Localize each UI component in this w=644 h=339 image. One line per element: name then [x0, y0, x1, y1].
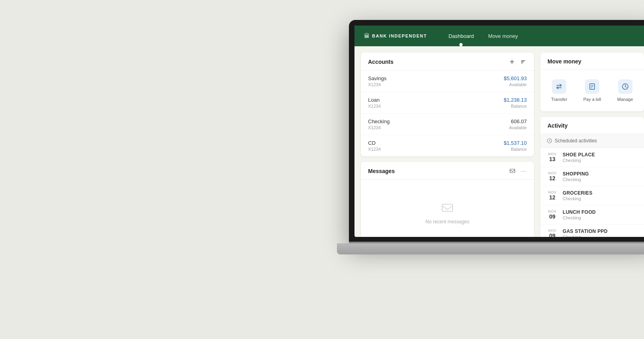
- activity-row-1[interactable]: NOV 12 SHOPPING Checking: [540, 167, 644, 186]
- account-number-loan: X1234: [368, 104, 381, 108]
- activity-month-2: NOV: [548, 190, 556, 194]
- scheduled-header: Scheduled activities: [540, 134, 644, 148]
- nav-item-move-money[interactable]: Move money: [483, 26, 523, 46]
- account-name-checking: Checking: [368, 118, 390, 124]
- activity-account-3: Checking: [563, 215, 638, 220]
- accounts-card: Accounts: [361, 53, 534, 156]
- account-number-checking: X1234: [368, 125, 390, 130]
- accounts-add-button[interactable]: [508, 58, 516, 65]
- messages-more-button[interactable]: ···: [520, 168, 527, 175]
- activity-row-0[interactable]: NOV 13 SHOE PLACE Checking: [540, 148, 644, 167]
- move-money-header: Move money: [540, 53, 644, 70]
- nav-item-dashboard[interactable]: Dashboard: [443, 26, 480, 46]
- move-money-card: Move money: [540, 53, 644, 111]
- accounts-header: Accounts: [361, 53, 534, 71]
- activity-merchant-0: SHOE PLACE: [563, 152, 638, 158]
- manage-label: Manage: [617, 97, 633, 102]
- left-panel: Accounts: [361, 53, 534, 231]
- transfer-label: Transfer: [551, 97, 567, 102]
- activity-date-1: NOV 12: [547, 171, 558, 182]
- account-name-loan: Loan: [368, 97, 381, 103]
- activity-day-3: 09: [549, 213, 555, 220]
- messages-empty-state: No recent messages: [361, 180, 534, 237]
- laptop-screen: 🏛 BANK INDEPENDENT Dashboard Move money: [354, 26, 644, 237]
- accounts-title: Accounts: [368, 59, 394, 65]
- manage-action[interactable]: Manage: [609, 76, 641, 105]
- account-label-loan: Balance: [504, 104, 527, 108]
- activity-info-2: GROCERIES Checking: [563, 190, 638, 201]
- account-number-cd: X1234: [368, 147, 381, 152]
- activity-month-1: NOV: [548, 171, 556, 175]
- account-label-savings: Available: [504, 82, 527, 87]
- account-balance-savings: $5,601.93: [504, 75, 527, 81]
- account-amount-cd: $1,537.10 Balance: [504, 140, 527, 152]
- activity-merchant-3: LUNCH FOOD: [563, 209, 638, 215]
- accounts-actions: [508, 58, 527, 65]
- activity-row-2[interactable]: NOV 12 GROCERIES Checking: [540, 186, 644, 205]
- scheduled-icon: [547, 138, 552, 144]
- account-amount-checking: 606.07 Available: [509, 118, 527, 130]
- account-balance-loan: $1,238.13: [504, 97, 527, 103]
- transfer-action[interactable]: Transfer: [544, 76, 575, 105]
- account-row-loan[interactable]: Loan X1234 $1,238.13 Balance: [361, 92, 534, 114]
- pay-bill-icon: [585, 79, 599, 94]
- account-row-savings[interactable]: Savings X1234 $5,601.93 Available: [361, 71, 534, 92]
- messages-card: Messages: [361, 162, 534, 237]
- transfer-icon: [552, 79, 566, 94]
- right-panel: Move money: [540, 53, 644, 231]
- activity-merchant-1: SHOPPING: [563, 171, 638, 177]
- navbar-logo: 🏛 BANK INDEPENDENT: [364, 33, 427, 39]
- account-row-cd[interactable]: CD X1234 $1,537.10 Balance: [361, 135, 534, 156]
- compose-icon: [510, 168, 515, 174]
- activity-card: Activity Scheduled activities: [540, 117, 644, 237]
- accounts-sort-button[interactable]: [520, 58, 527, 65]
- account-info-savings: Savings X1234: [368, 75, 386, 87]
- activity-merchant-4: GAS STATION PPD: [563, 229, 638, 234]
- activity-account-1: Checking: [563, 177, 638, 182]
- account-name-savings: Savings: [368, 75, 386, 81]
- activity-day-2: 12: [549, 194, 555, 201]
- account-balance-cd: $1,537.10: [504, 140, 527, 146]
- activity-merchant-2: GROCERIES: [563, 190, 638, 196]
- navbar: 🏛 BANK INDEPENDENT Dashboard Move money: [354, 26, 644, 46]
- svg-rect-6: [442, 204, 453, 211]
- activity-info-3: LUNCH FOOD Checking: [563, 209, 638, 220]
- plus-icon: [509, 59, 515, 65]
- account-list: Savings X1234 $5,601.93 Available: [361, 71, 534, 156]
- navbar-nav: Dashboard Move money: [443, 26, 524, 46]
- activity-row-4[interactable]: NOV 09 GAS STATION PPD Checking: [540, 225, 644, 237]
- activity-list: NOV 13 SHOE PLACE Checking: [540, 148, 644, 237]
- activity-month-4: NOV: [548, 229, 556, 233]
- activity-account-0: Checking: [563, 158, 638, 163]
- account-info-loan: Loan X1234: [368, 97, 381, 108]
- account-info-checking: Checking X1234: [368, 118, 390, 130]
- activity-day-4: 09: [549, 233, 555, 237]
- account-name-cd: CD: [368, 140, 381, 146]
- sort-icon: [520, 59, 526, 65]
- activity-month-0: NOV: [548, 152, 556, 156]
- main-content: Accounts: [354, 46, 644, 237]
- app-container: 🏛 BANK INDEPENDENT Dashboard Move money: [354, 26, 644, 237]
- move-money-actions: Transfer: [540, 70, 644, 111]
- scheduled-label: Scheduled activities: [555, 138, 597, 144]
- account-balance-checking: 606.07: [509, 118, 527, 124]
- account-amount-savings: $5,601.93 Available: [504, 75, 527, 87]
- account-label-checking: Available: [509, 125, 527, 130]
- activity-row-3[interactable]: NOV 09 LUNCH FOOD Checking: [540, 205, 644, 225]
- activity-date-2: NOV 12: [547, 190, 558, 201]
- laptop-base: [337, 243, 644, 254]
- pay-bill-action[interactable]: Pay a bill: [577, 76, 608, 105]
- svg-rect-5: [510, 169, 515, 173]
- navbar-logo-text: BANK INDEPENDENT: [372, 34, 427, 38]
- activity-date-3: NOV 09: [547, 209, 558, 220]
- messages-compose-button[interactable]: [509, 168, 516, 175]
- messages-empty-icon: [442, 204, 453, 216]
- account-amount-loan: $1,238.13 Balance: [504, 97, 527, 108]
- activity-account-2: Checking: [563, 196, 638, 201]
- account-row-checking[interactable]: Checking X1234 606.07 Available: [361, 114, 534, 135]
- activity-date-0: NOV 13: [547, 152, 558, 163]
- activity-day-0: 13: [549, 156, 555, 163]
- move-money-title: Move money: [547, 58, 581, 65]
- messages-header: Messages: [361, 162, 534, 180]
- laptop-device: 🏛 BANK INDEPENDENT Dashboard Move money: [349, 20, 644, 323]
